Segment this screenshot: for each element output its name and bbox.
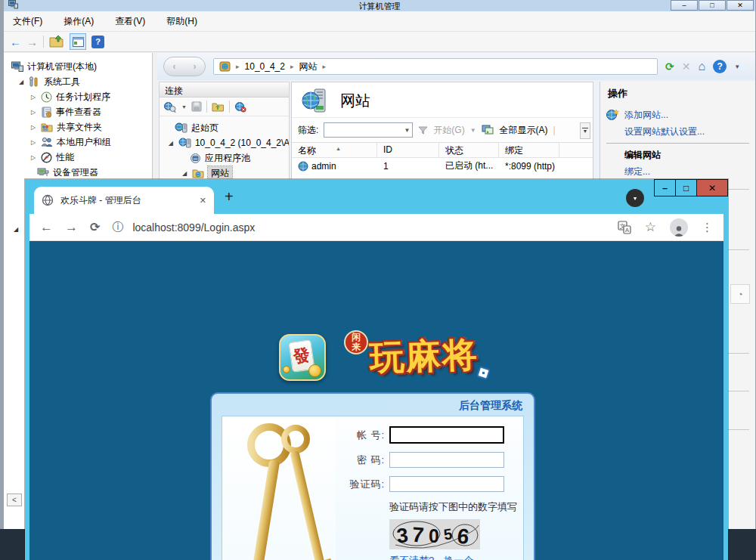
translate-icon[interactable]: 文A: [618, 221, 631, 234]
table-row[interactable]: admin 1 已启动 (ht... *:8099 (http): [292, 158, 593, 174]
captcha-input[interactable]: [389, 476, 504, 492]
account-input[interactable]: [389, 426, 504, 444]
gold-coin-icon: [283, 366, 290, 373]
expander-icon[interactable]: ▷: [29, 109, 37, 116]
expander-icon[interactable]: ▷: [29, 154, 37, 161]
iis-forward-icon[interactable]: ›: [194, 61, 197, 72]
browser-back-icon[interactable]: ←: [40, 220, 53, 235]
title-bar[interactable]: 计算机管理 – □ ✕: [4, 0, 755, 11]
expander-icon[interactable]: ▷: [29, 94, 37, 101]
export-folder-icon[interactable]: [49, 35, 64, 48]
tree-item-start-page[interactable]: 起始页: [160, 120, 289, 135]
breadcrumb-server[interactable]: 10_0_4_2: [245, 61, 285, 72]
expander-icon[interactable]: ◢: [181, 170, 188, 177]
profile-avatar-icon[interactable]: [670, 218, 688, 237]
browser-maximize-button[interactable]: □: [675, 179, 697, 196]
tree-item-event-viewer[interactable]: ▷ i 事件查看器: [4, 104, 152, 119]
iis-back-icon[interactable]: ‹: [173, 61, 176, 72]
connect-caret-icon[interactable]: ▼: [181, 104, 187, 110]
iis-help-icon[interactable]: ?: [713, 60, 727, 73]
menu-file[interactable]: 文件(F): [13, 15, 42, 28]
tree-item-system-tools[interactable]: ◢ 系统工具: [4, 74, 152, 89]
browser-tab[interactable]: 欢乐斗牌 - 管理后台 ✕: [34, 187, 214, 214]
forward-arrow-icon[interactable]: →: [26, 36, 38, 48]
column-status[interactable]: 状态: [439, 143, 499, 157]
refresh-icon[interactable]: ⟳: [665, 61, 674, 72]
password-input[interactable]: [389, 452, 504, 468]
address-url[interactable]: localhost:8099/Login.aspx: [132, 221, 255, 234]
column-name[interactable]: 名称▲: [292, 143, 377, 157]
tree-item-computer-management[interactable]: 计算机管理(本地): [4, 59, 152, 74]
scroll-left-button[interactable]: <: [7, 493, 22, 506]
expander-icon[interactable]: ◢: [167, 140, 175, 147]
expander-icon[interactable]: ◢: [14, 226, 18, 233]
expander-icon[interactable]: ▷: [29, 139, 37, 146]
column-binding[interactable]: 绑定: [499, 143, 559, 157]
iis-nav-buttons[interactable]: ‹ ›: [163, 57, 206, 76]
gold-coin-icon: [308, 364, 321, 377]
captcha-refresh-link[interactable]: 看不清楚?，换一个: [389, 554, 523, 560]
browser-forward-icon[interactable]: →: [65, 220, 78, 235]
show-all-button[interactable]: 全部显示(A): [500, 124, 548, 137]
overflow-button[interactable]: ▼: [580, 122, 590, 139]
tree-item-label: 10_0_4_2 (10_0_4_2\A: [195, 138, 289, 148]
console-window-icon[interactable]: [70, 33, 86, 50]
sites-folder-icon: [192, 168, 204, 178]
browser-reload-icon[interactable]: ⟳: [90, 220, 100, 234]
connect-server-icon[interactable]: [163, 101, 177, 113]
add-site-action[interactable]: 添加网站...: [600, 107, 755, 123]
maximize-button[interactable]: □: [699, 0, 726, 11]
tree-item-label: 计算机管理(本地): [27, 60, 97, 73]
captcha-image[interactable]: 3 7 0 5 6: [389, 519, 480, 549]
filter-input[interactable]: ▼: [324, 122, 413, 138]
tree-item-local-users-groups[interactable]: ▷ 本地用户和组: [4, 135, 152, 150]
new-tab-button[interactable]: +: [225, 188, 234, 206]
help-icon[interactable]: ?: [91, 36, 104, 48]
tree-item-sites[interactable]: ◢ 网站: [160, 166, 289, 181]
tab-close-icon[interactable]: ✕: [200, 196, 206, 206]
tab-title: 欢乐斗牌 - 管理后台: [60, 194, 141, 207]
action-icon[interactable]: ◔: [730, 284, 750, 304]
menu-action[interactable]: 操作(A): [64, 15, 94, 28]
window-title: 计算机管理: [4, 1, 755, 12]
bookmark-star-icon[interactable]: ☆: [645, 219, 656, 235]
console-glyph: [73, 37, 84, 47]
combo-caret-icon[interactable]: ▼: [404, 127, 410, 134]
help-caret-icon[interactable]: ▼: [734, 63, 740, 70]
page-title: 网站: [340, 91, 370, 111]
column-id[interactable]: ID: [377, 143, 439, 157]
tree-item-server[interactable]: ◢ 10_0_4_2 (10_0_4_2\A: [160, 135, 289, 150]
set-defaults-action[interactable]: 设置网站默认设置...: [600, 123, 755, 140]
menu-help[interactable]: 帮助(H): [166, 15, 197, 28]
expander-icon[interactable]: ▷: [29, 124, 37, 131]
browser-menu-icon[interactable]: ⋮: [702, 221, 713, 234]
svg-text:i: i: [48, 113, 49, 116]
tree-item-task-scheduler[interactable]: ▷ 任务计划程序: [4, 89, 152, 104]
back-arrow-icon[interactable]: ←: [10, 36, 21, 48]
tree-item-performance[interactable]: ▷ 性能: [4, 150, 152, 165]
browser-toolbar: ← → ⟳ ⓘ localhost:8099/Login.aspx 文A ☆ ⋮: [29, 214, 723, 241]
page-info-icon[interactable]: ⓘ: [112, 220, 123, 234]
remove-connection-icon[interactable]: [234, 101, 246, 113]
bindings-action[interactable]: 绑定...: [600, 163, 755, 180]
breadcrumb-section[interactable]: 网站: [299, 60, 317, 73]
tree-item-shared-folders[interactable]: ▷ 共享文件夹: [4, 119, 152, 135]
edit-site-group: 编辑网站: [600, 147, 755, 163]
chevron-menu-button[interactable]: ▼: [626, 189, 644, 207]
expander-icon[interactable]: ◢: [17, 79, 25, 85]
breadcrumb[interactable]: ▸ 10_0_4_2 ▸ 网站 ▸: [213, 58, 658, 75]
minimize-button[interactable]: –: [671, 0, 698, 11]
folder-up-icon[interactable]: [212, 101, 225, 112]
tree-item-device-manager[interactable]: 设备管理器: [4, 165, 152, 180]
svg-text:A: A: [625, 227, 630, 234]
game-app-icon: 發: [279, 334, 326, 381]
menu-view[interactable]: 查看(V): [115, 15, 145, 28]
browser-minimize-button[interactable]: –: [654, 179, 676, 196]
funnel-icon: [418, 126, 428, 135]
tree-item-app-pools[interactable]: 应用程序池: [160, 150, 289, 166]
close-button[interactable]: ✕: [727, 0, 754, 11]
browser-close-button[interactable]: ✕: [696, 179, 728, 196]
set-defaults-label: 设置网站默认设置...: [624, 125, 705, 138]
browser-inner: ← → ⟳ ⓘ localhost:8099/Login.aspx 文A ☆ ⋮…: [29, 214, 723, 560]
home-icon[interactable]: ⌂: [698, 60, 705, 73]
